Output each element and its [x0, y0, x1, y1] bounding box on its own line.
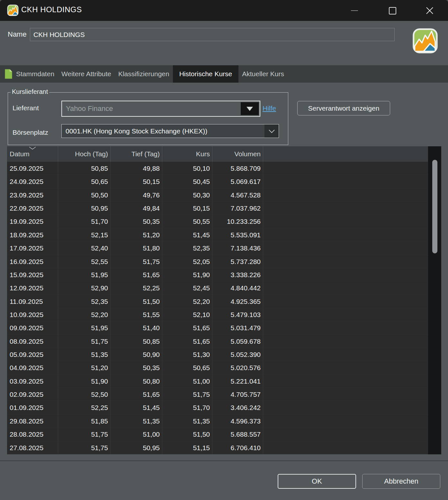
cell-tief: 49,76 — [110, 188, 162, 202]
cell-datum: 11.09.2025 — [7, 295, 58, 308]
column-header-volumen[interactable]: Volumen — [212, 146, 263, 162]
table-row[interactable]: 19.09.202551,7050,3550,5510.233.256 — [7, 215, 428, 228]
cell-tief: 51,00 — [110, 428, 162, 441]
column-header-kurs[interactable]: Kurs — [162, 146, 212, 162]
table-row[interactable]: 22.09.202550,9549,8450,157.037.962 — [7, 202, 428, 215]
vertical-scrollbar[interactable] — [428, 146, 441, 454]
cell-hoch: 51,85 — [58, 414, 110, 428]
cell-hoch: 51,95 — [58, 321, 110, 334]
cell-hoch: 50,95 — [58, 202, 110, 215]
table-row[interactable]: 05.09.202551,3550,9051,305.052.390 — [7, 348, 428, 361]
table-row[interactable]: 10.09.202552,2051,5552,105.479.103 — [7, 308, 428, 321]
cell-volumen: 4.840.442 — [212, 281, 263, 295]
scrollbar-thumb[interactable] — [432, 160, 437, 253]
cell-filler — [263, 228, 428, 241]
cell-datum: 09.09.2025 — [7, 321, 58, 334]
cell-volumen: 3.338.226 — [212, 268, 263, 281]
serverantwort-button[interactable]: Serverantwort anzeigen — [297, 101, 390, 115]
cell-hoch: 51,95 — [58, 268, 110, 281]
column-header-datum[interactable]: Datum — [7, 146, 58, 162]
cell-filler — [263, 388, 428, 401]
column-header-hoch[interactable]: Hoch (Tag) — [58, 146, 110, 162]
table-row[interactable]: 04.09.202551,2050,3550,655.020.576 — [7, 361, 428, 374]
cell-tief: 50,15 — [110, 175, 162, 188]
table-row[interactable]: 01.09.202552,2551,4551,703.406.242 — [7, 401, 428, 414]
cell-volumen: 5.737.280 — [212, 255, 263, 268]
cell-tief: 50,35 — [110, 361, 162, 374]
table-row[interactable]: 17.09.202552,4051,8052,357.138.436 — [7, 241, 428, 255]
cell-tief: 51,40 — [110, 321, 162, 334]
table-row[interactable]: 27.08.202551,7550,9551,156.706.410 — [7, 441, 428, 454]
table-row[interactable]: 15.09.202551,9551,6551,903.338.226 — [7, 268, 428, 281]
boersenplatz-combobox[interactable]: 0001.HK (Hong Kong Stock Exchange (HKEX)… — [61, 124, 279, 138]
column-header-tief[interactable]: Tief (Tag) — [110, 146, 162, 162]
cell-kurs: 50,55 — [162, 215, 212, 228]
cell-datum: 24.09.2025 — [7, 175, 58, 188]
ok-button[interactable]: OK — [278, 474, 356, 489]
cancel-button[interactable]: Abbrechen — [362, 474, 440, 489]
cell-tief: 49,84 — [110, 202, 162, 215]
cell-tief: 51,55 — [110, 308, 162, 321]
table-row[interactable]: 25.09.202550,8549,8850,105.868.709 — [7, 162, 428, 175]
name-label: Name — [8, 30, 27, 39]
cell-tief: 51,65 — [110, 388, 162, 401]
cell-volumen: 4.705.757 — [212, 388, 263, 401]
boersenplatz-label: Börsenplatz — [13, 129, 48, 136]
lieferant-combobox[interactable]: Yahoo Finance — [61, 101, 260, 117]
cell-tief: 51,20 — [110, 228, 162, 241]
cell-hoch: 51,20 — [58, 361, 110, 374]
table-row[interactable]: 09.09.202551,9551,4051,655.031.479 — [7, 321, 428, 334]
cell-kurs: 51,15 — [162, 441, 212, 454]
table-row[interactable]: 29.08.202551,8551,3551,354.596.373 — [7, 414, 428, 428]
tab-klassifizierungen[interactable]: Klassifizierungen — [115, 65, 173, 83]
table-row[interactable]: 16.09.202552,5551,7552,055.737.280 — [7, 255, 428, 268]
security-logo-icon — [412, 28, 438, 54]
historical-prices-table: Datum Hoch (Tag) Tief (Tag) Kurs Volumen… — [7, 146, 428, 454]
cell-hoch: 52,15 — [58, 228, 110, 241]
table-row[interactable]: 18.09.202552,1551,2051,455.535.091 — [7, 228, 428, 241]
table-row[interactable]: 28.08.202551,7551,0051,505.688.557 — [7, 428, 428, 441]
kurslieferant-groupbox: Kurslieferant Lieferant Yahoo Finance Hi… — [8, 92, 288, 145]
cell-filler — [263, 321, 428, 334]
chevron-down-icon[interactable] — [264, 124, 279, 138]
cell-volumen: 7.138.436 — [212, 241, 263, 255]
security-dialog: CKH HOLDINGS Name StammdatenWeitere Attr… — [0, 0, 448, 500]
table-row[interactable]: 24.09.202550,6550,1550,455.069.617 — [7, 175, 428, 188]
cell-datum: 19.09.2025 — [7, 215, 58, 228]
table-row[interactable]: 03.09.202551,9050,8051,005.221.041 — [7, 375, 428, 388]
close-button[interactable] — [421, 2, 438, 19]
table-row[interactable]: 23.09.202550,5049,7650,304.567.528 — [7, 188, 428, 202]
maximize-button[interactable] — [384, 2, 401, 19]
cell-tief: 50,90 — [110, 348, 162, 361]
cell-filler — [263, 255, 428, 268]
tab-stammdaten[interactable]: Stammdaten — [13, 65, 58, 83]
cell-datum: 27.08.2025 — [7, 441, 58, 454]
minimize-button[interactable] — [346, 2, 363, 19]
cell-tief: 51,65 — [110, 268, 162, 281]
cell-kurs: 50,15 — [162, 202, 212, 215]
groupbox-label: Kurslieferant — [11, 88, 49, 95]
table-row[interactable]: 02.09.202552,5051,6551,754.705.757 — [7, 388, 428, 401]
cell-filler — [263, 441, 428, 454]
lieferant-label: Lieferant — [13, 104, 39, 112]
tab-historische-kurse[interactable]: Historische Kurse — [173, 65, 239, 83]
document-icon — [4, 69, 13, 79]
hilfe-link[interactable]: Hilfe — [263, 105, 276, 112]
cell-tief: 52,25 — [110, 281, 162, 295]
cell-volumen: 5.535.091 — [212, 228, 263, 241]
cell-tief: 51,35 — [110, 414, 162, 428]
dropdown-arrow-icon[interactable] — [241, 102, 259, 115]
cell-datum: 15.09.2025 — [7, 268, 58, 281]
cell-tief: 51,50 — [110, 295, 162, 308]
tab-weitere-attribute[interactable]: Weitere Attribute — [58, 65, 115, 83]
cell-datum: 16.09.2025 — [7, 255, 58, 268]
table-row[interactable]: 08.09.202551,7550,8551,655.059.678 — [7, 335, 428, 348]
sort-descending-icon — [29, 147, 36, 150]
table-row[interactable]: 12.09.202552,9052,2552,454.840.442 — [7, 281, 428, 295]
cell-datum: 10.09.2025 — [7, 308, 58, 321]
tab-aktueller-kurs[interactable]: Aktueller Kurs — [238, 65, 288, 83]
table-row[interactable]: 11.09.202552,3551,5052,204.925.365 — [7, 295, 428, 308]
cell-kurs: 52,10 — [162, 308, 212, 321]
cell-datum: 01.09.2025 — [7, 401, 58, 414]
name-input[interactable] — [30, 28, 395, 41]
